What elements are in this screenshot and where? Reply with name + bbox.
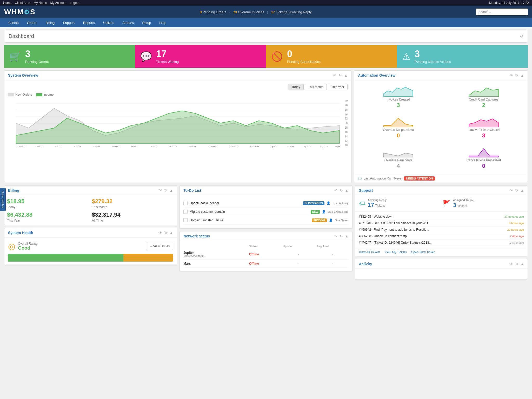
mars-load: - — [317, 262, 348, 265]
health-label: Overall Rating — [18, 242, 38, 245]
billing-month-amount: $279.32 — [92, 198, 174, 205]
todo-check-2[interactable] — [183, 210, 188, 214]
eye-icon-network[interactable]: 👁 — [334, 234, 338, 238]
topbar-logout[interactable]: Logout — [70, 1, 79, 5]
billing-this-year: $6,432.88 This Year — [7, 211, 89, 222]
cc-chart — [444, 85, 523, 97]
collapse-icon-health[interactable]: ▲ — [169, 231, 173, 235]
view-issues-button[interactable]: → View Issues — [146, 243, 173, 250]
topbar-datetime: Monday, 24 July 2017, 17:22 — [489, 1, 529, 5]
collapse-icon-activity[interactable]: ▲ — [520, 262, 524, 266]
auto-overdue-reminders: Overdue Reminders 4 — [357, 144, 440, 171]
stat-pending-cancellations[interactable]: 🚫 0 Pending Cancellations — [266, 45, 397, 68]
nav-billing[interactable]: Billing — [41, 18, 59, 27]
inactive-tickets-label: Inactive Tickets Closed — [444, 128, 523, 132]
refresh-icon-activity[interactable]: ↻ — [515, 262, 518, 266]
refresh-icon-support[interactable]: ↻ — [515, 188, 518, 192]
awaiting-reply-stat: 🏷 Awaiting Reply 17 Tickets — [359, 198, 440, 209]
refresh-icon[interactable]: ↻ — [339, 73, 342, 77]
ticket-id-5: #474247 - [Ticket ID: 224546] Order Stat… — [359, 241, 432, 244]
refresh-icon-todo[interactable]: ↻ — [340, 188, 343, 192]
svg-text:2am: 2am — [54, 145, 62, 148]
todo-item-1: Update social header IN PROGRESS 👤 Due i… — [183, 199, 348, 208]
ticket-id-3: #450342 - Fwd: Payment to add funds to R… — [359, 228, 429, 231]
dashboard-settings-icon[interactable]: ⚙ — [520, 34, 523, 39]
stat-module-actions[interactable]: ⚠ 3 Pending Module Actions — [397, 45, 528, 68]
todo-due-1: Due in 1 day — [332, 202, 349, 205]
invoices-chart — [359, 85, 437, 97]
person-icon-3: 👤 — [329, 218, 333, 222]
tab-today[interactable]: Today — [288, 84, 303, 90]
topbar-client-area[interactable]: Client Area — [15, 1, 30, 5]
network-title: Network Status — [183, 234, 210, 238]
open-sidebar[interactable]: Open Sidebar — [0, 188, 6, 211]
flag-icon: 🚩 — [443, 200, 450, 207]
open-new-ticket-link[interactable]: Open New Ticket — [411, 250, 435, 254]
view-my-tickets-link[interactable]: View My Tickets — [384, 250, 407, 254]
eye-icon-support[interactable]: 👁 — [509, 188, 513, 192]
inactive-tickets-chart — [444, 115, 523, 127]
view-all-tickets-link[interactable]: View All Tickets — [359, 250, 380, 254]
collapse-icon[interactable]: ▲ — [344, 73, 348, 77]
todo-badge-3: PENDING — [312, 218, 327, 222]
nav-orders[interactable]: Orders — [23, 18, 42, 27]
nav-addons[interactable]: Addons — [118, 18, 138, 27]
search-input[interactable] — [476, 9, 528, 15]
support-title: Support — [359, 188, 373, 192]
y-right-18: 18 — [345, 126, 348, 129]
nav-setup[interactable]: Setup — [138, 18, 155, 27]
collapse-icon-billing[interactable]: ▲ — [169, 188, 173, 192]
eye-icon-billing[interactable]: 👁 — [158, 188, 162, 192]
refresh-icon-auto[interactable]: ↻ — [515, 73, 518, 77]
y-right-22: 22 — [345, 117, 348, 120]
topbar-my-account[interactable]: My Account — [50, 1, 66, 5]
eye-icon-health[interactable]: 👁 — [158, 231, 162, 235]
nav-utilities[interactable]: Utilities — [99, 18, 118, 27]
nav-support[interactable]: Support — [59, 18, 79, 27]
tab-this-month[interactable]: This Month — [305, 84, 327, 90]
svg-text:1am: 1am — [35, 145, 43, 148]
billing-alltime-period: All Time — [92, 219, 174, 222]
overdue-reminders-label: Overdue Reminders — [359, 158, 437, 162]
collapse-icon-todo[interactable]: ▲ — [345, 188, 349, 192]
collapse-icon-auto[interactable]: ▲ — [520, 73, 524, 77]
eye-icon-activity[interactable]: 👁 — [509, 262, 513, 266]
nav-clients[interactable]: Clients — [4, 18, 23, 27]
tag-icon: 🏷 — [359, 200, 365, 207]
refresh-icon-billing[interactable]: ↻ — [164, 188, 167, 192]
collapse-icon-network[interactable]: ▲ — [345, 234, 349, 238]
eye-icon-todo[interactable]: 👁 — [334, 188, 338, 192]
topbar-my-notes[interactable]: My Notes — [34, 1, 47, 5]
stat-pending-orders[interactable]: 🛒 3 Pending Orders — [4, 45, 135, 68]
refresh-icon-network[interactable]: ↻ — [340, 234, 343, 238]
overdue-invoices-count: 73 — [233, 10, 237, 14]
svg-text:6am: 6am — [131, 145, 138, 148]
pending-orders-label-card: Pending Orders — [25, 60, 49, 64]
tab-this-year[interactable]: This Year — [328, 84, 348, 90]
y-right-16: 16 — [345, 131, 348, 134]
ticket-id-4: #686238 - Unable to connect to ftp — [359, 234, 407, 238]
refresh-icon-health[interactable]: ↻ — [164, 231, 167, 235]
topbar-home[interactable]: Home — [3, 1, 11, 5]
person-icon-2: 👤 — [322, 210, 326, 214]
overdue-suspensions-value: 0 — [359, 132, 437, 139]
dashboard-header: Dashboard ⚙ — [4, 30, 528, 43]
assigned-to-you-stat: 🚩 Assigned To You 3 Tickets — [443, 198, 524, 209]
bottom-row: Billing 👁 ↻ ▲ $18.95 Today $279.32 This … — [4, 185, 528, 280]
svg-text:5am: 5am — [112, 145, 119, 148]
stat-tickets-waiting[interactable]: 💬 17 Tickets Waiting — [135, 45, 266, 68]
todo-panel: To-Do List 👁 ↻ ▲ Update social header IN… — [179, 185, 352, 229]
nav-reports[interactable]: Reports — [79, 18, 99, 27]
eye-icon-auto[interactable]: 👁 — [509, 73, 513, 77]
svg-text:1pm: 1pm — [270, 145, 277, 148]
nav-help[interactable]: Help — [155, 18, 170, 27]
y-right-14: 14 — [345, 135, 348, 138]
support-header: Support 👁 ↻ ▲ — [355, 186, 528, 195]
eye-icon[interactable]: 👁 — [333, 73, 337, 77]
todo-check-3[interactable] — [183, 218, 188, 222]
collapse-icon-support[interactable]: ▲ — [520, 188, 524, 192]
todo-check-1[interactable] — [183, 201, 188, 205]
svg-text:12am: 12am — [16, 145, 25, 148]
jupiter-uptime: - — [283, 252, 315, 256]
system-overview-panel: System Overview 👁 ↻ ▲ Today This Month T… — [4, 70, 351, 183]
